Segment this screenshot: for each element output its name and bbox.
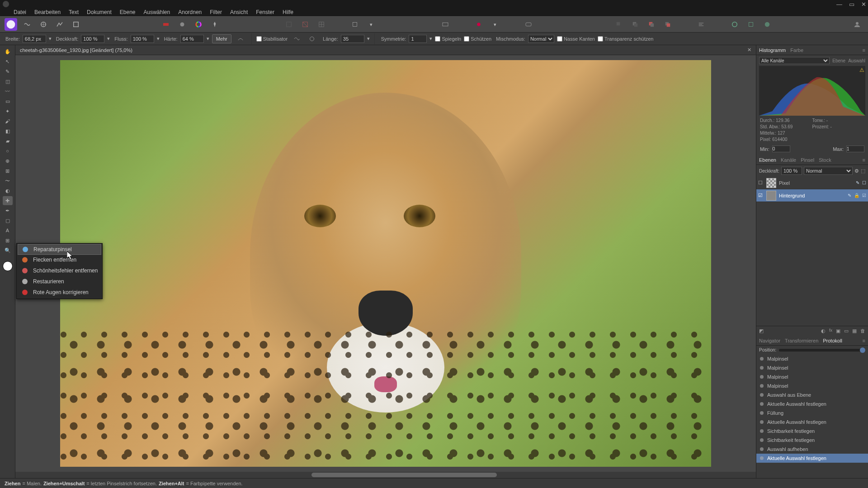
hardness-input[interactable] bbox=[180, 35, 204, 43]
crop-dropdown-icon[interactable]: ▾ bbox=[365, 18, 377, 31]
symmetry-dropdown-icon[interactable]: ▾ bbox=[429, 36, 432, 42]
blendmode-select[interactable]: Normal bbox=[528, 35, 554, 43]
erase-tool-icon[interactable]: ◧ bbox=[3, 127, 13, 136]
flood-select-tool-icon[interactable]: ✦ bbox=[3, 107, 13, 116]
dodge-tool-icon[interactable]: ○ bbox=[3, 146, 13, 155]
symmetry-input[interactable] bbox=[409, 35, 427, 43]
panel-menu-icon[interactable]: ≡ bbox=[863, 338, 865, 343]
menu-filter[interactable]: Filter bbox=[210, 9, 222, 15]
layer-row[interactable]: ☑Hintergrund✎🔒☑ bbox=[756, 189, 868, 202]
layer-check-icon[interactable]: ☐ bbox=[862, 180, 866, 185]
move-tool-icon[interactable]: ↖ bbox=[3, 57, 13, 66]
pressure-icon[interactable] bbox=[234, 33, 247, 45]
healing-brush-tool-icon[interactable]: ✚ bbox=[3, 196, 13, 205]
menu-auswählen[interactable]: Auswählen bbox=[143, 9, 170, 15]
layer-visibility-icon[interactable]: ☑ bbox=[758, 192, 764, 198]
hand-tool-icon[interactable]: ✋ bbox=[3, 47, 13, 56]
quicklook-icon[interactable] bbox=[522, 18, 535, 31]
more-button[interactable]: Mehr bbox=[212, 34, 231, 43]
tab-color[interactable]: Farbe bbox=[790, 47, 803, 53]
document-tab[interactable]: cheetah-g3635066ee_1920.jpg [Geändert] (… bbox=[15, 45, 756, 55]
mesh-warp-tool-icon[interactable]: ⊞ bbox=[3, 236, 13, 245]
layer-link-icon[interactable]: ✎ bbox=[848, 193, 851, 198]
stabilizer-checkbox[interactable] bbox=[256, 36, 262, 42]
export-persona-icon[interactable] bbox=[70, 18, 82, 31]
history-item[interactable]: Füllung bbox=[756, 408, 868, 418]
assistant-icon[interactable] bbox=[472, 18, 485, 31]
crop-tool-icon[interactable] bbox=[349, 18, 361, 31]
rope-mode-icon[interactable] bbox=[290, 33, 303, 45]
paint-brush-tool-icon[interactable]: 🖌 bbox=[3, 117, 13, 126]
arrange-back-icon[interactable] bbox=[613, 18, 625, 31]
adjustment-icon[interactable]: ◐ bbox=[821, 328, 826, 334]
protect-checkbox[interactable] bbox=[464, 36, 469, 42]
close-document-icon[interactable]: ✕ bbox=[747, 47, 751, 53]
mask-icon[interactable]: ◩ bbox=[759, 328, 764, 334]
flyout-heal[interactable]: Reparaturpinsel bbox=[18, 244, 101, 255]
position-slider[interactable] bbox=[779, 349, 865, 352]
layer-lock-icon[interactable]: 🔒 bbox=[854, 193, 859, 198]
clone-tool-icon[interactable]: ⊕ bbox=[3, 156, 13, 165]
grey-swatch-icon[interactable] bbox=[176, 18, 189, 31]
pen-tool-icon[interactable]: ✒ bbox=[3, 206, 13, 215]
layer-row[interactable]: ☐Pixel✎☐ bbox=[756, 177, 868, 189]
cloud-icon[interactable] bbox=[761, 18, 774, 31]
layer-visibility-icon[interactable]: ☐ bbox=[758, 180, 764, 186]
history-item[interactable]: Malpinsel bbox=[756, 381, 868, 390]
history-item[interactable]: Sichtbarkeit festlegen bbox=[756, 427, 868, 436]
panel-menu-icon[interactable]: ≡ bbox=[863, 47, 865, 53]
maximize-button[interactable]: ▭ bbox=[849, 1, 854, 8]
flyout-redeye[interactable]: Rote Augen korrigieren bbox=[17, 287, 102, 298]
grid-on-icon[interactable] bbox=[315, 18, 328, 31]
color-swatch[interactable] bbox=[3, 261, 13, 271]
length-input[interactable] bbox=[341, 35, 364, 43]
scope-selection[interactable]: Auswahl bbox=[848, 58, 865, 63]
menu-datei[interactable]: Datei bbox=[14, 9, 26, 15]
crop-tool-icon[interactable]: ◫ bbox=[3, 77, 13, 86]
photo-persona-icon[interactable] bbox=[5, 18, 17, 31]
minimize-button[interactable]: — bbox=[836, 1, 842, 8]
width-input[interactable] bbox=[23, 35, 46, 43]
history-item[interactable]: Aktuelle Auswahl festlegen bbox=[756, 418, 868, 427]
flyout-inpaint[interactable]: Restaurieren bbox=[17, 276, 102, 287]
sync-icon[interactable] bbox=[728, 18, 741, 31]
max-input[interactable] bbox=[846, 145, 864, 152]
add-layer-icon[interactable]: ▦ bbox=[852, 328, 857, 334]
tab-channels[interactable]: Kanäle bbox=[781, 157, 796, 163]
tab-brushes[interactable]: Pinsel bbox=[801, 157, 814, 163]
history-item[interactable]: Auswahl aus Ebene bbox=[756, 390, 868, 399]
width-dropdown-icon[interactable]: ▾ bbox=[49, 36, 52, 42]
menu-text[interactable]: Text bbox=[69, 9, 79, 15]
tone-map-persona-icon[interactable] bbox=[53, 18, 66, 31]
window-mode-icon[interactable] bbox=[306, 33, 318, 45]
rectangle-tool-icon[interactable]: ▢ bbox=[3, 216, 13, 225]
wet-edges-checkbox[interactable] bbox=[557, 36, 562, 42]
resize-doc-icon[interactable] bbox=[439, 18, 452, 31]
app-menu-icon[interactable] bbox=[3, 1, 9, 7]
arrange-backward-icon[interactable] bbox=[629, 18, 642, 31]
develop-persona-icon[interactable] bbox=[37, 18, 50, 31]
marquee-tool-icon[interactable]: ▭ bbox=[3, 97, 13, 106]
menu-dokument[interactable]: Dokument bbox=[87, 9, 112, 15]
channel-select[interactable]: Alle Kanäle bbox=[759, 57, 830, 64]
layer-settings-icon[interactable]: ⚙ bbox=[854, 168, 859, 174]
length-dropdown-icon[interactable]: ▾ bbox=[367, 36, 370, 42]
smudge-tool-icon[interactable]: 〜 bbox=[3, 176, 13, 185]
stamp-tool-icon[interactable]: ⊞ bbox=[3, 166, 13, 175]
autocontrast-icon[interactable] bbox=[208, 18, 221, 31]
grid-none-icon[interactable] bbox=[299, 18, 311, 31]
grid-off-icon[interactable] bbox=[283, 18, 295, 31]
crop-layer-icon[interactable]: ▣ bbox=[836, 328, 840, 334]
history-item[interactable]: Auswahl aufheben bbox=[756, 445, 868, 454]
protect-alpha-checkbox[interactable] bbox=[598, 36, 603, 42]
opacity-input[interactable] bbox=[81, 35, 104, 43]
mirror-checkbox[interactable] bbox=[435, 36, 440, 42]
layer-check-icon[interactable]: ☑ bbox=[862, 193, 866, 198]
tab-layers[interactable]: Ebenen bbox=[759, 157, 776, 163]
tab-protocol[interactable]: Protokoll bbox=[823, 338, 842, 343]
tab-transform[interactable]: Transformieren bbox=[785, 338, 818, 343]
history-item[interactable]: Malpinsel bbox=[756, 372, 868, 381]
canvas-viewport[interactable] bbox=[15, 55, 756, 472]
layer-opacity-input[interactable] bbox=[781, 167, 802, 175]
fx-icon[interactable]: fx bbox=[829, 328, 832, 334]
